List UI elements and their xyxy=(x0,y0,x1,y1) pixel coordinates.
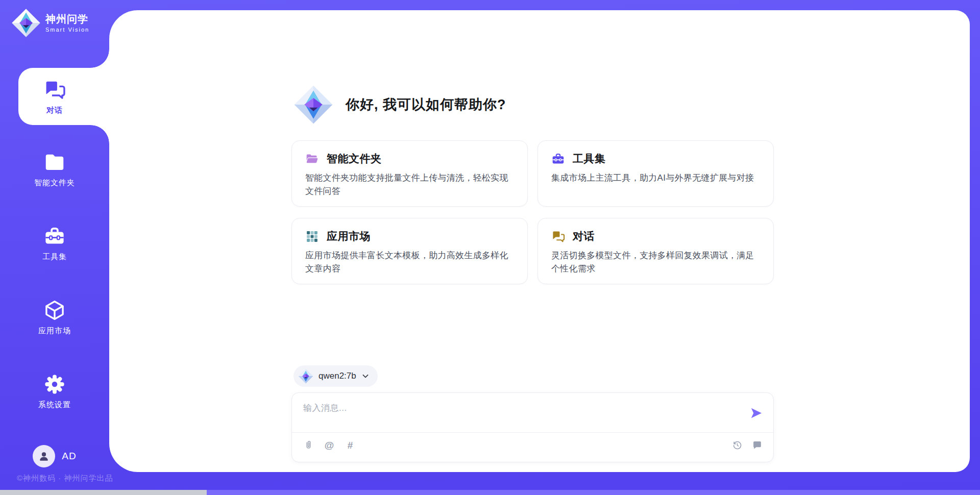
card-header: 应用市场 xyxy=(305,229,514,243)
composer-tools-left: @ # xyxy=(302,439,356,451)
card-app-market[interactable]: 应用市场 应用市场提供丰富长文本模板，助力高效生成多样化文章内容 xyxy=(291,218,528,284)
brand-text: 神州问学 Smart Vision xyxy=(45,13,89,33)
app-window: 神州问学 Smart Vision 对话 智能文件夹 xyxy=(0,0,980,495)
avatar xyxy=(33,445,55,467)
comment-button[interactable] xyxy=(751,439,763,451)
user-initials: AD xyxy=(62,451,76,462)
paperclip-icon xyxy=(303,440,314,451)
card-toolset[interactable]: 工具集 集成市场上主流工具，助力AI与外界无缝扩展与对接 xyxy=(537,140,774,207)
composer-tools-right xyxy=(731,439,763,451)
grid-icon xyxy=(305,230,319,243)
card-header: 工具集 xyxy=(551,152,760,166)
assistant-diamond-logo-icon xyxy=(293,85,333,125)
toolbox-icon xyxy=(551,152,565,166)
sidebar-item-label: 工具集 xyxy=(42,252,67,262)
chat-icon xyxy=(43,79,66,101)
card-title: 工具集 xyxy=(573,152,606,166)
greeting-text: 你好, 我可以如何帮助你? xyxy=(346,95,506,114)
user-profile[interactable]: AD xyxy=(0,444,109,468)
brand-subtitle: Smart Vision xyxy=(45,27,89,33)
composer-divider xyxy=(292,432,773,433)
horizontal-scrollbar-track xyxy=(0,490,980,495)
folder-icon xyxy=(43,151,66,174)
history-button[interactable] xyxy=(731,439,743,451)
user-icon xyxy=(37,450,51,463)
feature-cards: 智能文件夹 智能文件夹功能支持批量文件上传与清洗，轻松实现文件问答 工具集 集成… xyxy=(291,140,774,284)
card-header: 智能文件夹 xyxy=(305,152,514,166)
card-description: 集成市场上主流工具，助力AI与外界无缝扩展与对接 xyxy=(551,171,760,185)
chevron-down-icon xyxy=(361,372,370,380)
cube-icon xyxy=(43,299,66,321)
attach-button[interactable] xyxy=(302,439,314,451)
main-panel: 你好, 我可以如何帮助你? 智能文件夹 智能文件夹功能支持批量文件上传与清洗，轻… xyxy=(109,10,970,472)
card-description: 应用市场提供丰富长文本模板，助力高效生成多样化文章内容 xyxy=(305,249,514,276)
history-icon xyxy=(732,440,743,451)
topic-icon[interactable]: # xyxy=(344,439,356,451)
card-title: 智能文件夹 xyxy=(327,152,382,166)
card-smart-folder[interactable]: 智能文件夹 智能文件夹功能支持批量文件上传与清洗，轻松实现文件问答 xyxy=(291,140,528,207)
gear-icon xyxy=(43,373,66,395)
brand-name: 神州问学 xyxy=(45,13,89,25)
card-header: 对话 xyxy=(551,229,760,243)
folder-open-icon xyxy=(305,152,319,166)
sidebar-item-smart-folder[interactable]: 智能文件夹 xyxy=(0,141,109,198)
send-button[interactable] xyxy=(749,406,763,420)
model-name: qwen2:7b xyxy=(318,371,356,381)
toolbox-icon xyxy=(43,225,66,247)
card-chat[interactable]: 对话 灵活切换多模型文件，支持多样回复效果调试，满足个性化需求 xyxy=(537,218,774,284)
card-description: 灵活切换多模型文件，支持多样回复效果调试，满足个性化需求 xyxy=(551,249,760,276)
mention-icon[interactable]: @ xyxy=(323,439,335,451)
sidebar-item-toolset[interactable]: 工具集 xyxy=(0,215,109,272)
message-composer: @ # xyxy=(291,392,774,462)
comment-icon xyxy=(752,440,763,451)
brand: 神州问学 Smart Vision xyxy=(11,8,89,38)
sidebar-item-app-market[interactable]: 应用市场 xyxy=(0,289,109,346)
chat-icon xyxy=(551,230,565,243)
card-title: 对话 xyxy=(573,229,595,243)
sidebar: 神州问学 Smart Vision 对话 智能文件夹 xyxy=(0,0,109,495)
sidebar-item-label: 系统设置 xyxy=(38,400,71,410)
horizontal-scrollbar-thumb[interactable] xyxy=(0,490,207,495)
sidebar-item-chat[interactable]: 对话 xyxy=(0,68,109,126)
card-description: 智能文件夹功能支持批量文件上传与清洗，轻松实现文件问答 xyxy=(305,171,514,199)
brand-diamond-logo-icon xyxy=(11,8,41,38)
sidebar-item-label: 应用市场 xyxy=(38,326,71,336)
sidebar-item-label: 对话 xyxy=(46,106,63,115)
copyright-note: ©神州数码 · 神州问学出品 xyxy=(17,474,113,483)
sidebar-item-label: 智能文件夹 xyxy=(34,178,75,188)
send-icon xyxy=(749,406,763,420)
hero: 你好, 我可以如何帮助你? xyxy=(293,85,506,125)
model-diamond-logo-icon xyxy=(298,368,313,384)
sidebar-item-settings[interactable]: 系统设置 xyxy=(0,363,109,420)
card-title: 应用市场 xyxy=(327,229,371,243)
model-selector[interactable]: qwen2:7b xyxy=(293,365,378,387)
message-input[interactable] xyxy=(302,401,743,430)
